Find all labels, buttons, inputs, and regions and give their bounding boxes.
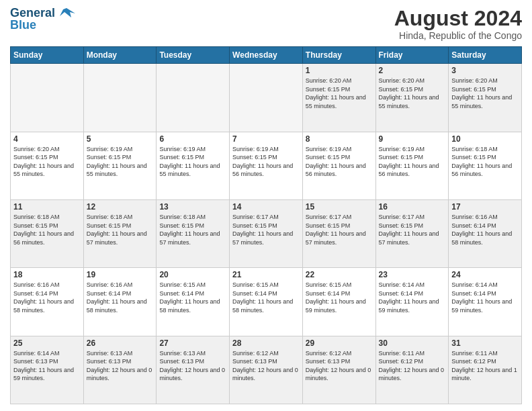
day-number: 23 (379, 270, 446, 279)
day-number: 14 (232, 202, 300, 212)
calendar-week-row: 1Sunrise: 6:20 AMSunset: 6:15 PMDaylight… (11, 64, 522, 132)
calendar-day-cell (230, 64, 303, 132)
day-info: Sunrise: 6:13 AMSunset: 6:13 PMDaylight:… (87, 349, 154, 383)
day-number: 2 (379, 66, 446, 75)
day-info: Sunrise: 6:17 AMSunset: 6:15 PMDaylight:… (306, 213, 373, 246)
day-number: 8 (306, 134, 373, 144)
day-info: Sunrise: 6:17 AMSunset: 6:15 PMDaylight:… (379, 213, 446, 246)
day-info: Sunrise: 6:20 AMSunset: 6:15 PMDaylight:… (379, 77, 446, 110)
day-info: Sunrise: 6:18 AMSunset: 6:15 PMDaylight:… (451, 145, 519, 179)
day-number: 22 (306, 270, 373, 279)
col-saturday: Saturday (449, 47, 522, 64)
calendar-day-cell: 20Sunrise: 6:15 AMSunset: 6:14 PMDayligh… (157, 268, 230, 336)
calendar-day-cell: 24Sunrise: 6:14 AMSunset: 6:14 PMDayligh… (449, 268, 522, 336)
day-info: Sunrise: 6:19 AMSunset: 6:15 PMDaylight:… (379, 145, 446, 179)
calendar-day-cell: 2Sunrise: 6:20 AMSunset: 6:15 PMDaylight… (375, 64, 449, 132)
day-number: 3 (451, 66, 519, 75)
day-info: Sunrise: 6:20 AMSunset: 6:15 PMDaylight:… (13, 145, 81, 179)
calendar-day-cell (83, 64, 157, 132)
logo: General Blue (10, 7, 77, 31)
calendar-day-cell: 16Sunrise: 6:17 AMSunset: 6:15 PMDayligh… (375, 199, 449, 267)
day-info: Sunrise: 6:14 AMSunset: 6:14 PMDaylight:… (451, 281, 519, 314)
day-info: Sunrise: 6:18 AMSunset: 6:15 PMDaylight:… (159, 213, 226, 246)
calendar-day-cell (157, 64, 230, 132)
day-info: Sunrise: 6:19 AMSunset: 6:15 PMDaylight:… (232, 145, 300, 179)
day-number: 17 (451, 202, 519, 212)
calendar-day-cell: 29Sunrise: 6:12 AMSunset: 6:13 PMDayligh… (302, 336, 375, 404)
day-info: Sunrise: 6:19 AMSunset: 6:15 PMDaylight:… (87, 145, 154, 179)
calendar-day-cell: 18Sunrise: 6:16 AMSunset: 6:14 PMDayligh… (11, 268, 84, 336)
calendar-day-cell: 31Sunrise: 6:11 AMSunset: 6:12 PMDayligh… (449, 336, 522, 404)
day-info: Sunrise: 6:18 AMSunset: 6:15 PMDaylight:… (13, 213, 81, 246)
calendar-day-cell: 25Sunrise: 6:14 AMSunset: 6:13 PMDayligh… (11, 336, 84, 404)
calendar-day-cell: 27Sunrise: 6:13 AMSunset: 6:13 PMDayligh… (157, 336, 230, 404)
day-number: 19 (87, 270, 154, 279)
location: Hinda, Republic of the Congo (394, 30, 522, 41)
col-monday: Monday (83, 47, 157, 64)
calendar-day-cell: 28Sunrise: 6:12 AMSunset: 6:13 PMDayligh… (230, 336, 303, 404)
calendar-day-cell: 11Sunrise: 6:18 AMSunset: 6:15 PMDayligh… (11, 199, 84, 267)
day-number: 27 (159, 338, 226, 348)
calendar-day-cell: 22Sunrise: 6:15 AMSunset: 6:14 PMDayligh… (302, 268, 375, 336)
day-info: Sunrise: 6:18 AMSunset: 6:15 PMDaylight:… (87, 213, 154, 246)
day-info: Sunrise: 6:20 AMSunset: 6:15 PMDaylight:… (451, 77, 519, 110)
day-number: 12 (87, 202, 154, 212)
day-number: 25 (13, 338, 81, 348)
day-number: 26 (87, 338, 154, 348)
day-info: Sunrise: 6:15 AMSunset: 6:14 PMDaylight:… (232, 281, 300, 314)
page: General Blue August 2024 Hinda, Republic… (0, 0, 532, 411)
day-info: Sunrise: 6:13 AMSunset: 6:13 PMDaylight:… (159, 349, 226, 383)
day-number: 30 (379, 338, 446, 348)
day-info: Sunrise: 6:12 AMSunset: 6:13 PMDaylight:… (232, 349, 300, 383)
day-number: 16 (379, 202, 446, 212)
day-info: Sunrise: 6:16 AMSunset: 6:14 PMDaylight:… (13, 281, 81, 314)
day-number: 9 (379, 134, 446, 144)
day-number: 20 (159, 270, 226, 279)
calendar-day-cell: 10Sunrise: 6:18 AMSunset: 6:15 PMDayligh… (449, 132, 522, 199)
day-number: 6 (159, 134, 226, 144)
day-info: Sunrise: 6:15 AMSunset: 6:14 PMDaylight:… (159, 281, 226, 314)
calendar-day-cell: 17Sunrise: 6:16 AMSunset: 6:14 PMDayligh… (449, 199, 522, 267)
day-number: 21 (232, 270, 300, 279)
day-info: Sunrise: 6:17 AMSunset: 6:15 PMDaylight:… (232, 213, 300, 246)
svg-marker-0 (60, 8, 75, 17)
day-number: 15 (306, 202, 373, 212)
calendar-day-cell: 9Sunrise: 6:19 AMSunset: 6:15 PMDaylight… (375, 132, 449, 199)
title-section: August 2024 Hinda, Republic of the Congo (394, 7, 522, 41)
calendar-week-row: 18Sunrise: 6:16 AMSunset: 6:14 PMDayligh… (11, 268, 522, 336)
day-number: 10 (451, 134, 519, 144)
logo-bird-icon (56, 7, 77, 19)
calendar-day-cell: 13Sunrise: 6:18 AMSunset: 6:15 PMDayligh… (157, 199, 230, 267)
calendar-day-cell: 6Sunrise: 6:19 AMSunset: 6:15 PMDaylight… (157, 132, 230, 199)
calendar-day-cell: 23Sunrise: 6:14 AMSunset: 6:14 PMDayligh… (375, 268, 449, 336)
day-info: Sunrise: 6:15 AMSunset: 6:14 PMDaylight:… (306, 281, 373, 314)
calendar-week-row: 4Sunrise: 6:20 AMSunset: 6:15 PMDaylight… (11, 132, 522, 199)
calendar-day-cell: 5Sunrise: 6:19 AMSunset: 6:15 PMDaylight… (83, 132, 157, 199)
day-info: Sunrise: 6:12 AMSunset: 6:13 PMDaylight:… (306, 349, 373, 383)
day-number: 29 (306, 338, 373, 348)
calendar-day-cell: 15Sunrise: 6:17 AMSunset: 6:15 PMDayligh… (302, 199, 375, 267)
col-tuesday: Tuesday (157, 47, 230, 64)
day-info: Sunrise: 6:16 AMSunset: 6:14 PMDaylight:… (451, 213, 519, 246)
calendar-day-cell: 19Sunrise: 6:16 AMSunset: 6:14 PMDayligh… (83, 268, 157, 336)
calendar-day-cell: 8Sunrise: 6:19 AMSunset: 6:15 PMDaylight… (302, 132, 375, 199)
day-info: Sunrise: 6:16 AMSunset: 6:14 PMDaylight:… (87, 281, 154, 314)
col-wednesday: Wednesday (230, 47, 303, 64)
day-info: Sunrise: 6:14 AMSunset: 6:13 PMDaylight:… (13, 349, 81, 383)
calendar-day-cell: 1Sunrise: 6:20 AMSunset: 6:15 PMDaylight… (302, 64, 375, 132)
col-friday: Friday (375, 47, 449, 64)
day-number: 24 (451, 270, 519, 279)
calendar-day-cell: 7Sunrise: 6:19 AMSunset: 6:15 PMDaylight… (230, 132, 303, 199)
day-number: 1 (306, 66, 373, 75)
header: General Blue August 2024 Hinda, Republic… (10, 7, 522, 41)
calendar-day-cell: 12Sunrise: 6:18 AMSunset: 6:15 PMDayligh… (83, 199, 157, 267)
logo-general: General (10, 7, 55, 19)
calendar-table: Sunday Monday Tuesday Wednesday Thursday… (10, 46, 522, 404)
calendar-day-cell: 26Sunrise: 6:13 AMSunset: 6:13 PMDayligh… (83, 336, 157, 404)
day-number: 28 (232, 338, 300, 348)
calendar-day-cell: 14Sunrise: 6:17 AMSunset: 6:15 PMDayligh… (230, 199, 303, 267)
day-info: Sunrise: 6:19 AMSunset: 6:15 PMDaylight:… (159, 145, 226, 179)
calendar-day-cell: 3Sunrise: 6:20 AMSunset: 6:15 PMDaylight… (449, 64, 522, 132)
calendar-day-cell (11, 64, 84, 132)
day-number: 18 (13, 270, 81, 279)
